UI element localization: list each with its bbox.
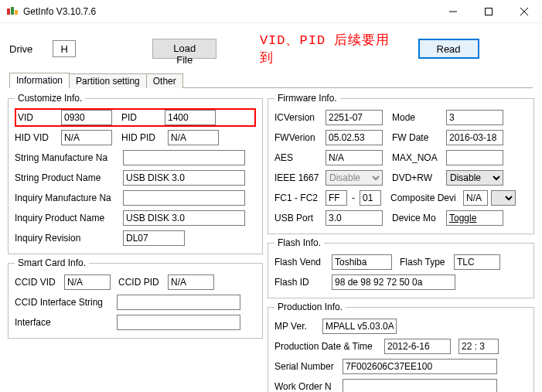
minimize-button[interactable] <box>435 0 471 23</box>
customize-legend: Customize Info. <box>15 93 85 104</box>
flashtype-label: Flash Type <box>400 257 451 268</box>
hidpid-field[interactable] <box>168 130 219 145</box>
tab-content: Customize Info. VID PID HID VID HID PID … <box>0 88 542 392</box>
read-button[interactable]: Read <box>418 39 479 59</box>
strman-field[interactable] <box>123 150 245 165</box>
production-info-group: Production Info. MP Ver. Production Date… <box>268 302 534 392</box>
close-button[interactable] <box>506 0 542 23</box>
ccidpid-label: CCID PID <box>118 277 165 288</box>
ccid-iface-str-field[interactable] <box>117 295 240 310</box>
top-row: Drive H Load File VID、PID 后续要用到 Read <box>0 23 542 71</box>
sn-label: Serial Number <box>274 361 339 372</box>
strprod-field[interactable] <box>123 170 245 186</box>
inqman-field[interactable] <box>123 190 245 206</box>
production-legend: Production Info. <box>274 302 346 312</box>
icver-field[interactable] <box>326 110 383 125</box>
inqrev-field[interactable] <box>123 230 185 246</box>
pid-label: PID <box>121 112 162 123</box>
smart-card-group: Smart Card Info. CCID VID CCID PID CCID … <box>8 257 263 339</box>
comp-select[interactable] <box>491 190 516 206</box>
mode-field[interactable] <box>446 110 503 125</box>
comp-field[interactable] <box>463 190 488 206</box>
ccid-iface-str-label: CCID Interface String <box>15 297 114 308</box>
tab-partition-setting[interactable]: Partition setting <box>69 73 147 88</box>
devmo-label: Device Mo <box>392 213 443 223</box>
maxnoa-label: MAX_NOA <box>392 152 443 163</box>
proddate-label: Production Date & Time <box>274 341 381 352</box>
ieee-select[interactable]: Disable <box>326 170 383 186</box>
fc2-field[interactable] <box>360 190 381 206</box>
svg-rect-1 <box>11 7 14 15</box>
iface-label: Interface <box>15 317 114 328</box>
tab-information[interactable]: Information <box>9 73 70 88</box>
tab-bar: Information Partition setting Other <box>9 71 533 88</box>
hidvid-field[interactable] <box>61 130 112 145</box>
load-file-button[interactable]: Load File <box>152 39 216 59</box>
ccidvid-label: CCID VID <box>15 277 61 288</box>
usbport-field[interactable] <box>326 210 383 226</box>
fwver-field[interactable] <box>326 130 383 145</box>
flashid-label: Flash ID <box>274 277 329 288</box>
wo-label: Work Order N <box>274 381 339 392</box>
aes-field[interactable] <box>326 150 383 165</box>
devmo-field[interactable] <box>446 210 503 226</box>
app-icon <box>6 5 19 18</box>
dvdrw-label: DVD+RW <box>392 172 443 183</box>
fc1-field[interactable] <box>326 190 347 206</box>
vid-field[interactable] <box>61 110 112 125</box>
strman-label: String Manufacture Na <box>15 152 120 163</box>
ccidvid-field[interactable] <box>64 274 111 290</box>
dash: - <box>350 193 356 203</box>
maximize-button[interactable] <box>471 0 506 23</box>
flashvend-label: Flash Vend <box>274 257 329 268</box>
drive-label: Drive <box>9 43 32 55</box>
flashid-field[interactable] <box>332 274 455 290</box>
annotation-text: VID、PID 后续要用到 <box>260 31 403 66</box>
firmware-info-group: Firmware Info. ICVersion Mode FWVerion F… <box>268 93 534 234</box>
maxnoa-field[interactable] <box>446 150 503 165</box>
prodtime-field[interactable] <box>458 339 499 354</box>
iface-field[interactable] <box>117 315 240 330</box>
fwdate-label: FW Date <box>392 132 443 143</box>
fc1fc2-label: FC1 - FC2 <box>274 193 322 203</box>
sn-field[interactable] <box>343 359 497 374</box>
vid-label: VID <box>18 112 58 123</box>
customize-info-group: Customize Info. VID PID HID VID HID PID … <box>8 93 263 254</box>
strprod-label: String Product Name <box>15 172 120 183</box>
usbport-label: USB Port <box>274 213 322 223</box>
smartcard-legend: Smart Card Info. <box>15 257 89 268</box>
flashvend-field[interactable] <box>332 254 392 270</box>
aes-label: AES <box>274 152 322 163</box>
comp-label: Composite Devi <box>390 193 460 203</box>
hidpid-label: HID PID <box>121 132 165 143</box>
svg-rect-0 <box>7 9 10 15</box>
inqman-label: Inquiry Manufacture Na <box>15 193 120 203</box>
fwver-label: FWVerion <box>274 132 322 143</box>
inqprod-field[interactable] <box>123 210 245 226</box>
mode-label: Mode <box>392 112 443 123</box>
icver-label: ICVersion <box>274 112 322 123</box>
proddate-field[interactable] <box>384 339 451 354</box>
flash-legend: Flash Info. <box>274 237 324 248</box>
flash-info-group: Flash Info. Flash Vend Flash Type Flash … <box>268 237 534 298</box>
hidvid-label: HID VID <box>15 132 58 143</box>
window-title: GetInfo V3.10.7.6 <box>23 6 96 17</box>
inqrev-label: Inquiry Revision <box>15 233 120 244</box>
wo-field[interactable] <box>343 379 497 392</box>
mpver-label: MP Ver. <box>274 321 319 332</box>
titlebar: GetInfo V3.10.7.6 <box>0 0 542 23</box>
ieee-label: IEEE 1667 <box>274 172 322 183</box>
ccidpid-field[interactable] <box>168 274 214 290</box>
svg-rect-4 <box>486 8 493 15</box>
svg-rect-2 <box>15 10 18 15</box>
drive-value[interactable]: H <box>53 40 76 57</box>
flashtype-field[interactable] <box>454 254 500 270</box>
pid-field[interactable] <box>165 110 216 125</box>
firmware-legend: Firmware Info. <box>274 93 340 104</box>
dvdrw-select[interactable]: Disable <box>446 170 503 186</box>
fwdate-field[interactable] <box>446 130 503 145</box>
inqprod-label: Inquiry Product Name <box>15 213 120 223</box>
tab-other[interactable]: Other <box>146 73 183 88</box>
mpver-field[interactable] <box>322 319 397 334</box>
